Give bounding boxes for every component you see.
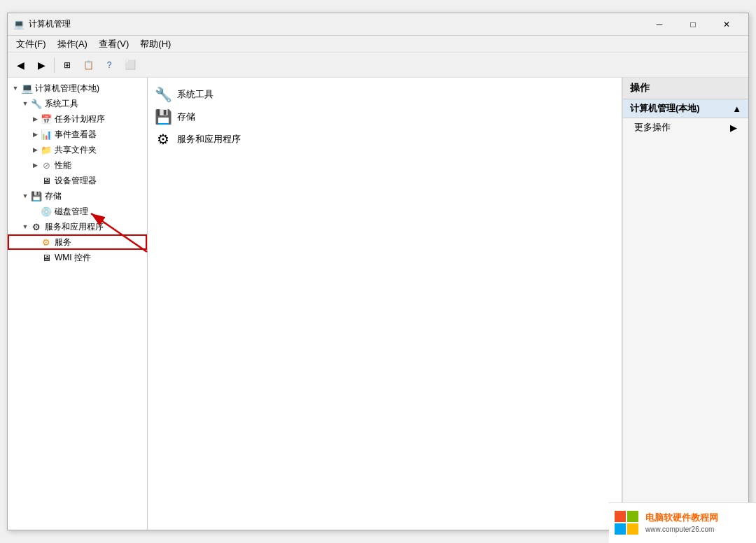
watermark: 电脑软硬件教程网 www.computer26.com: [609, 502, 756, 543]
window-icon: 💻: [13, 19, 24, 30]
label-task-sched: 任务计划程序: [55, 113, 105, 125]
expand-section-icon: ▲: [732, 104, 741, 114]
windows-logo-svg: [615, 511, 640, 536]
mid-label-services-apps: 服务和应用程序: [177, 133, 241, 146]
mid-label-sys-tools: 系统工具: [177, 88, 214, 101]
right-panel-more[interactable]: 更多操作 ▶: [623, 118, 748, 136]
label-wmi: WMI 控件: [55, 252, 91, 264]
watermark-url: www.computer26.com: [645, 525, 718, 535]
icon-sys-tools: 🔧: [31, 98, 42, 109]
svg-rect-2: [615, 511, 626, 522]
icon-dev-mgr: 🖥: [41, 175, 52, 186]
icon-task-sched: 📅: [41, 113, 52, 125]
toolbar: ◀ ▶ ⊞ 📋 ? ⬜: [8, 52, 748, 78]
label-services: 服务: [55, 237, 71, 248]
menu-action[interactable]: 操作(A): [52, 36, 93, 52]
icon-services-apps: ⚙: [31, 221, 42, 232]
label-event-viewer: 事件查看器: [55, 129, 97, 141]
svg-rect-5: [627, 523, 638, 535]
tree-item-event-viewer[interactable]: ▶ 📊 事件查看器: [8, 127, 147, 142]
tree-item-perf[interactable]: ▶ ⊘ 性能: [8, 157, 147, 173]
maximize-button[interactable]: □: [677, 13, 709, 36]
expand-root: ▼: [10, 83, 20, 93]
tree-item-storage[interactable]: ▼ 💾 存储: [8, 188, 147, 204]
icon-event-viewer: 📊: [41, 129, 52, 140]
more-actions-label: 更多操作: [634, 121, 671, 134]
tree-item-task-sched[interactable]: ▶ 📅 任务计划程序: [8, 111, 147, 127]
expand-storage: ▼: [20, 191, 30, 201]
label-dev-mgr: 设备管理器: [55, 175, 97, 187]
export-button[interactable]: 📋: [78, 55, 98, 75]
icon-root: 💻: [21, 83, 32, 94]
close-button[interactable]: ✕: [710, 13, 743, 36]
tree-item-shared-folder[interactable]: ▶ 📁 共享文件夹: [8, 142, 147, 157]
mid-label-storage: 存储: [177, 111, 195, 123]
expand-event-viewer: ▶: [30, 129, 40, 139]
mid-icon-storage: 💾: [155, 108, 172, 125]
tree-item-disk-mgr[interactable]: ▶ 💿 磁盘管理: [8, 204, 147, 219]
right-panel-header: 操作: [623, 78, 748, 99]
label-disk-mgr: 磁盘管理: [55, 206, 88, 218]
minimize-button[interactable]: ─: [643, 13, 676, 36]
svg-rect-3: [627, 511, 638, 522]
icon-shared-folder: 📁: [41, 144, 52, 155]
expand-shared-folder: ▶: [30, 145, 40, 155]
tree-item-root[interactable]: ▼ 💻 计算机管理(本地): [8, 80, 147, 96]
icon-services: ⚙: [41, 237, 52, 248]
window-title: 计算机管理: [29, 18, 643, 30]
tree-item-dev-mgr[interactable]: ▶ 🖥 设备管理器: [8, 173, 147, 188]
label-sys-tools: 系统工具: [45, 98, 78, 110]
tree-panel: ▼ 💻 计算机管理(本地) ▼ 🔧 系统工具 ▶ 📅 任务计划程序 ▶ 📊 事件…: [8, 78, 148, 530]
toolbar-sep-1: [54, 57, 55, 73]
main-window: 💻 计算机管理 ─ □ ✕ 文件(F) 操作(A) 查看(V) 帮助(H) ◀ …: [7, 13, 749, 530]
mid-item-services-apps[interactable]: ⚙ 服务和应用程序: [153, 128, 616, 150]
tree-item-wmi[interactable]: ▶ 🖥 WMI 控件: [8, 250, 147, 265]
pane-button[interactable]: ⊞: [57, 55, 77, 75]
right-panel-header-label: 操作: [630, 82, 650, 93]
mid-icon-sys-tools: 🔧: [155, 86, 172, 103]
label-perf: 性能: [55, 160, 71, 171]
icon-wmi: 🖥: [41, 252, 52, 263]
menu-help[interactable]: 帮助(H): [134, 36, 176, 52]
svg-rect-4: [615, 523, 626, 535]
back-button[interactable]: ◀: [10, 55, 30, 75]
expand-sys-tools: ▼: [20, 99, 30, 108]
label-services-apps: 服务和应用程序: [45, 221, 104, 233]
forward-button[interactable]: ▶: [31, 55, 51, 75]
label-root: 计算机管理(本地): [35, 83, 99, 94]
expand-task-sched: ▶: [30, 114, 40, 124]
mid-item-storage[interactable]: 💾 存储: [153, 106, 616, 128]
watermark-site-name: 电脑软硬件教程网: [645, 512, 718, 524]
icon-storage: 💾: [31, 190, 42, 202]
menu-bar: 文件(F) 操作(A) 查看(V) 帮助(H): [8, 36, 748, 52]
mid-icon-services-apps: ⚙: [155, 131, 172, 148]
main-content: ▼ 💻 计算机管理(本地) ▼ 🔧 系统工具 ▶ 📅 任务计划程序 ▶ 📊 事件…: [8, 78, 748, 530]
more-actions-arrow: ▶: [730, 122, 737, 133]
watermark-text: 电脑软硬件教程网 www.computer26.com: [645, 512, 718, 534]
mid-item-sys-tools[interactable]: 🔧 系统工具: [153, 83, 616, 106]
menu-view[interactable]: 查看(V): [93, 36, 134, 52]
tree-item-services[interactable]: ▶ ⚙ 服务: [8, 234, 147, 250]
windows-logo: [615, 511, 640, 536]
tree-item-services-apps[interactable]: ▼ ⚙ 服务和应用程序: [8, 219, 147, 234]
label-shared-folder: 共享文件夹: [55, 144, 97, 156]
right-panel-section[interactable]: 计算机管理(本地) ▲: [623, 99, 748, 118]
properties-button[interactable]: ⬜: [120, 55, 140, 75]
tree-item-sys-tools[interactable]: ▼ 🔧 系统工具: [8, 96, 147, 111]
expand-services-apps: ▼: [20, 222, 30, 232]
help-button[interactable]: ?: [99, 55, 119, 75]
mid-panel: 🔧 系统工具 💾 存储 ⚙ 服务和应用程序: [148, 78, 622, 530]
right-panel: 操作 计算机管理(本地) ▲ 更多操作 ▶: [622, 78, 748, 530]
window-controls: ─ □ ✕: [643, 13, 743, 36]
icon-perf: ⊘: [41, 160, 52, 171]
menu-file[interactable]: 文件(F): [10, 36, 52, 52]
expand-perf: ▶: [30, 160, 40, 170]
label-storage: 存储: [45, 190, 62, 202]
title-bar: 💻 计算机管理 ─ □ ✕: [8, 13, 748, 36]
right-panel-section-label: 计算机管理(本地): [630, 102, 700, 115]
icon-disk-mgr: 💿: [41, 206, 52, 217]
